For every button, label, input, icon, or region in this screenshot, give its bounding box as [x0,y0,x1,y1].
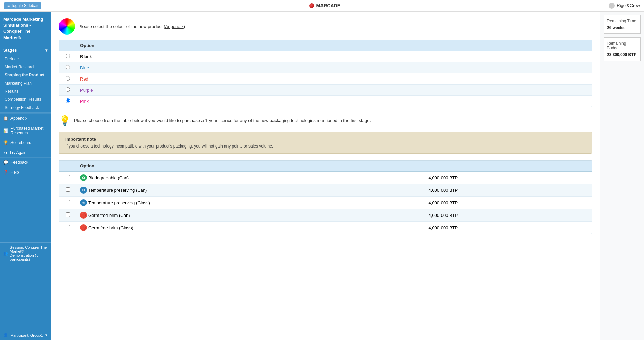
pkg-check-temp-can[interactable] [59,184,76,197]
packaging-prompt: Please choose from the table below if yo… [74,118,371,123]
colour-radio-blue[interactable] [59,62,76,73]
pkg-check-germ-glass[interactable] [59,222,76,234]
table-row: ♻ Biodegradable (Can) 4,000,000 BTP [59,172,592,184]
stages-chevron-icon: ▾ [45,48,47,53]
colour-table: Option Black Blue Red [59,40,592,107]
appendix-label: Appendix [10,116,27,121]
note-title: Important note [65,137,586,142]
pkg-check-header [59,161,76,172]
sidebar-item-market-research[interactable]: Market Research [0,63,51,71]
colour-radio-black[interactable] [59,51,76,62]
brand: MARCADE [309,3,340,8]
pkg-option-bio-can[interactable]: ♻ Biodegradable (Can) [76,172,425,184]
table-row: 🚫 Germ free brim (Glass) 4,000,000 BTP [59,222,592,234]
colour-table-wrap: Option Black Blue Red [59,40,592,107]
user-info: Rigel&Crew [609,3,640,9]
pkg-option-germ-can[interactable]: 🚫 Germ free brim (Can) [76,209,425,222]
table-row: Pink [59,96,592,107]
remaining-budget-label: Remaining Budget [607,41,638,50]
scoreboard-label: Scoreboard [10,140,31,145]
colour-option-purple[interactable]: Purple [76,85,592,96]
toggle-sidebar-button[interactable]: ≡ Toggle Sidebar [4,2,41,9]
packaging-section-header: 💡 Please choose from the table below if … [59,115,592,126]
purchased-research-icon: 📊 [3,128,8,133]
sidebar-title: Marcade Marketing Simulations - Conquer … [0,12,51,46]
pkg-option-germ-glass[interactable]: 🚫 Germ free brim (Glass) [76,222,425,234]
participant-label: Participant: Group1 [11,333,43,337]
pkg-option-header: Option [76,161,425,172]
packaging-table: Option ♻ Biodegradable (Can) 4,000 [59,161,592,234]
germ-can-icon: 🚫 [80,212,87,219]
scoreboard-icon: 🏆 [3,140,8,145]
pkg-price-germ-can: 4,000,000 BTP [425,209,592,222]
pkg-price-temp-can: 4,000,000 BTP [425,184,592,197]
remaining-time-value: 26 weeks [607,25,638,30]
colour-option-black[interactable]: Black [76,51,592,62]
sidebar-nav-purchased-research[interactable]: 📊 Purchased Market Research [0,123,51,138]
brand-dot-icon [309,3,314,8]
brand-name: MARCADE [316,3,340,8]
lightbulb-icon: 💡 [59,115,71,126]
user-avatar-icon [609,3,615,9]
germ-glass-icon: 🚫 [80,224,87,231]
remaining-budget-value: 23,300,000 BTP [607,52,638,57]
sidebar-nav-appendix[interactable]: 📋 Appendix [0,113,51,123]
stages-label: Stages [3,48,17,53]
remaining-budget-box: Remaining Budget 23,300,000 BTP [604,37,641,61]
user-name: Rigel&Crew [617,3,640,8]
pkg-check-temp-glass[interactable] [59,197,76,209]
purchased-research-label: Purchased Market Research [10,126,47,135]
try-again-icon: ⏮ [3,150,7,155]
remaining-time-box: Remaining Time 26 weeks [604,15,641,34]
sidebar-item-prelude[interactable]: Prelude [0,55,51,63]
color-wheel-icon [59,18,75,35]
sidebar-nav-try-again[interactable]: ⏮ Try Again [0,148,51,157]
colour-option-blue[interactable]: Blue [76,62,592,73]
colour-option-red[interactable]: Red [76,73,592,85]
help-icon: ❓ [3,170,8,175]
sidebar-item-strategy-feedback[interactable]: Strategy Feedback [0,104,51,112]
stages-section[interactable]: Stages ▾ [0,46,51,55]
topbar: ≡ Toggle Sidebar MARCADE Rigel&Crew [0,0,644,12]
table-row: ❄ Temperature preserving (Glass) 4,000,0… [59,197,592,209]
feedback-label: Feedback [10,160,28,165]
temp-can-icon: ❄ [80,187,87,194]
session-info[interactable]: 👥 Session: Conquer The Market® Demonstra… [0,242,51,264]
table-row: 🚫 Germ free brim (Can) 4,000,000 BTP [59,209,592,222]
pkg-option-temp-can[interactable]: ❄ Temperature preserving (Can) [76,184,425,197]
pkg-check-germ-can[interactable] [59,209,76,222]
sidebar-item-shaping[interactable]: Shaping the Product [0,71,51,79]
note-text: If you choose a technology incompatible … [65,144,586,149]
right-panel: Remaining Time 26 weeks Remaining Budget… [600,12,644,340]
feedback-icon: 💬 [3,160,8,165]
colour-option-pink[interactable]: Pink [76,96,592,107]
colour-radio-pink[interactable] [59,96,76,107]
pkg-option-temp-glass[interactable]: ❄ Temperature preserving (Glass) [76,197,425,209]
table-row: ❄ Temperature preserving (Can) 4,000,000… [59,184,592,197]
colour-radio-header [59,40,76,51]
pkg-price-bio-can: 4,000,000 BTP [425,172,592,184]
sidebar-nav-help[interactable]: ❓ Help [0,167,51,177]
important-note-box: Important note If you choose a technolog… [59,132,592,154]
sidebar-item-competition-results[interactable]: Competition Results [0,95,51,104]
colour-prompt: Please select the colour of the new prod… [78,24,185,29]
main-content: Please select the colour of the new prod… [51,12,600,340]
table-row: Red [59,73,592,85]
participant-icon: 👤 [3,333,8,337]
participant-info[interactable]: 👤 Participant: Group1 ▾ [0,330,51,340]
sidebar-item-marketing-plan[interactable]: Marketing Plan [0,79,51,87]
appendix-link[interactable]: Appendix [165,24,184,29]
sidebar-nav-feedback[interactable]: 💬 Feedback [0,157,51,167]
table-row: Blue [59,62,592,73]
table-row: Purple [59,85,592,96]
colour-radio-red[interactable] [59,73,76,85]
colour-radio-purple[interactable] [59,85,76,96]
sidebar: Marcade Marketing Simulations - Conquer … [0,12,51,340]
pkg-price-header [425,161,592,172]
participant-chevron-icon: ▾ [45,333,47,337]
colour-section-header: Please select the colour of the new prod… [59,18,592,35]
remaining-time-label: Remaining Time [607,19,638,23]
sidebar-item-results[interactable]: Results [0,87,51,95]
sidebar-nav-scoreboard[interactable]: 🏆 Scoreboard [0,138,51,148]
pkg-check-bio-can[interactable] [59,172,76,184]
